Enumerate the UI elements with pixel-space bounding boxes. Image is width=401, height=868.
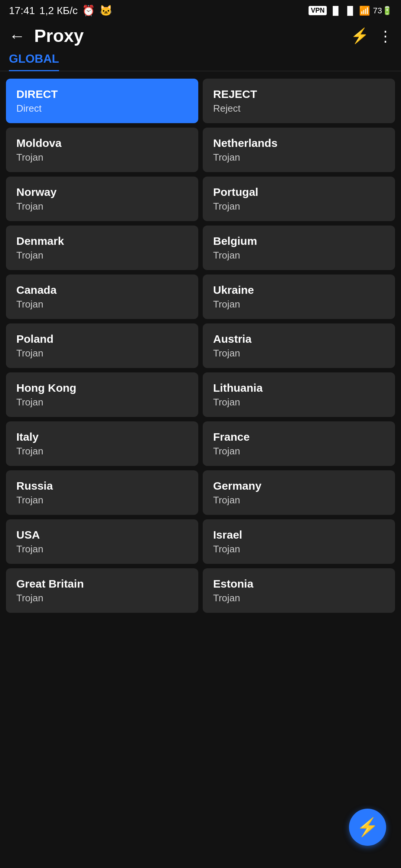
signal-icon-2: ▐▌ bbox=[344, 6, 356, 16]
proxy-card-name: USA bbox=[16, 529, 188, 541]
proxy-card-name: Lithuania bbox=[213, 382, 385, 394]
proxy-card-type: Trojan bbox=[16, 250, 188, 261]
proxy-card[interactable]: ItalyTrojan bbox=[6, 421, 198, 466]
proxy-card[interactable]: FranceTrojan bbox=[203, 421, 395, 466]
app-bar-actions: ⚡ ⋮ bbox=[351, 27, 392, 45]
proxy-card-name: Portugal bbox=[213, 186, 385, 198]
proxy-card-type: Trojan bbox=[213, 397, 385, 408]
proxy-card-name: Germany bbox=[213, 480, 385, 492]
proxy-card[interactable]: RussiaTrojan bbox=[6, 470, 198, 515]
proxy-card-name: Denmark bbox=[16, 235, 188, 247]
time-display: 17:41 bbox=[9, 5, 35, 17]
proxy-card-name: Canada bbox=[16, 284, 188, 296]
proxy-card[interactable]: CanadaTrojan bbox=[6, 274, 198, 319]
proxy-card-name: Russia bbox=[16, 480, 188, 492]
proxy-card-name: Austria bbox=[213, 333, 385, 345]
proxy-card-name: Ukraine bbox=[213, 284, 385, 296]
proxy-card-type: Trojan bbox=[213, 494, 385, 506]
proxy-card-type: Trojan bbox=[213, 543, 385, 555]
proxy-card[interactable]: UkraineTrojan bbox=[203, 274, 395, 319]
proxy-card-name: Netherlands bbox=[213, 137, 385, 149]
proxy-card-type: Trojan bbox=[213, 152, 385, 163]
proxy-card-type: Trojan bbox=[16, 348, 188, 359]
proxy-card-name: Moldova bbox=[16, 137, 188, 149]
proxy-card-type: Trojan bbox=[16, 152, 188, 163]
tabs-section: GLOBAL bbox=[0, 52, 401, 71]
proxy-card-name: Great Britain bbox=[16, 578, 188, 590]
proxy-card-type: Trojan bbox=[16, 494, 188, 506]
speed-display: 1,2 КБ/с bbox=[39, 5, 78, 17]
proxy-card-name: Poland bbox=[16, 333, 188, 345]
proxy-card[interactable]: LithuaniaTrojan bbox=[203, 372, 395, 417]
proxy-card[interactable]: MoldovaTrojan bbox=[6, 128, 198, 172]
proxy-card-name: DIRECT bbox=[16, 88, 188, 101]
proxy-card[interactable]: BelgiumTrojan bbox=[203, 226, 395, 270]
proxy-card[interactable]: DenmarkTrojan bbox=[6, 226, 198, 270]
proxy-card-type: Trojan bbox=[213, 250, 385, 261]
status-bar-right: VPN ▐▌ ▐▌ 📶 73🔋 bbox=[309, 6, 392, 16]
alarm-icon: ⏰ bbox=[82, 4, 95, 17]
proxy-card-name: Italy bbox=[16, 431, 188, 443]
proxy-card[interactable]: GermanyTrojan bbox=[203, 470, 395, 515]
proxy-card[interactable]: AustriaTrojan bbox=[203, 323, 395, 368]
proxy-card-type: Trojan bbox=[16, 299, 188, 310]
proxy-card-name: REJECT bbox=[213, 88, 385, 101]
signal-icon-1: ▐▌ bbox=[330, 6, 341, 16]
proxy-card-type: Trojan bbox=[213, 299, 385, 310]
proxy-card[interactable]: NorwayTrojan bbox=[6, 177, 198, 221]
proxy-card[interactable]: PortugalTrojan bbox=[203, 177, 395, 221]
app-bar: ← Proxy ⚡ ⋮ bbox=[0, 20, 401, 52]
status-bar: 17:41 1,2 КБ/с ⏰ 🐱 VPN ▐▌ ▐▌ 📶 73🔋 bbox=[0, 0, 401, 20]
proxy-card[interactable]: Hong KongTrojan bbox=[6, 372, 198, 417]
proxy-card-type: Trojan bbox=[213, 445, 385, 457]
proxy-grid: DIRECTDirectREJECTRejectMoldovaTrojanNet… bbox=[0, 71, 401, 620]
proxy-card-type: Direct bbox=[16, 103, 188, 114]
proxy-card-type: Trojan bbox=[16, 397, 188, 408]
proxy-card-name: Estonia bbox=[213, 578, 385, 590]
proxy-card-name: Hong Kong bbox=[16, 382, 188, 394]
proxy-card-type: Reject bbox=[213, 103, 385, 114]
proxy-card[interactable]: REJECTReject bbox=[203, 79, 395, 123]
global-tab[interactable]: GLOBAL bbox=[9, 52, 59, 71]
proxy-card-type: Trojan bbox=[16, 445, 188, 457]
proxy-card-type: Trojan bbox=[213, 592, 385, 604]
status-bar-left: 17:41 1,2 КБ/с ⏰ 🐱 bbox=[9, 4, 113, 17]
battery-display: 73🔋 bbox=[373, 6, 392, 16]
proxy-card-type: Trojan bbox=[213, 201, 385, 212]
proxy-card-name: France bbox=[213, 431, 385, 443]
proxy-card-name: Norway bbox=[16, 186, 188, 198]
proxy-card-type: Trojan bbox=[16, 592, 188, 604]
proxy-card-type: Trojan bbox=[213, 348, 385, 359]
bolt-action-icon[interactable]: ⚡ bbox=[351, 27, 369, 45]
proxy-card[interactable]: Great BritainTrojan bbox=[6, 568, 198, 613]
proxy-card-name: Belgium bbox=[213, 235, 385, 247]
proxy-card[interactable]: DIRECTDirect bbox=[6, 79, 198, 123]
page-title: Proxy bbox=[34, 26, 342, 46]
proxy-card[interactable]: PolandTrojan bbox=[6, 323, 198, 368]
more-options-icon[interactable]: ⋮ bbox=[378, 27, 392, 45]
proxy-card-type: Trojan bbox=[16, 543, 188, 555]
wifi-icon: 📶 bbox=[359, 6, 370, 16]
back-button[interactable]: ← bbox=[9, 28, 25, 44]
proxy-card-type: Trojan bbox=[16, 201, 188, 212]
proxy-card-name: Israel bbox=[213, 529, 385, 541]
proxy-card[interactable]: NetherlandsTrojan bbox=[203, 128, 395, 172]
proxy-card[interactable]: USATrojan bbox=[6, 519, 198, 564]
proxy-card[interactable]: EstoniaTrojan bbox=[203, 568, 395, 613]
vpn-badge: VPN bbox=[309, 6, 327, 15]
proxy-card[interactable]: IsraelTrojan bbox=[203, 519, 395, 564]
cat-icon: 🐱 bbox=[100, 4, 113, 17]
